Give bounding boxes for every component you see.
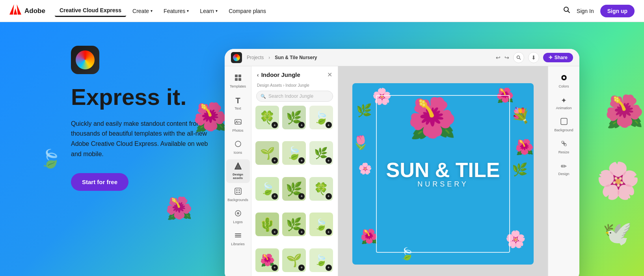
sidebar-logos[interactable]: Logos bbox=[226, 207, 250, 227]
add-asset-btn[interactable]: + bbox=[326, 193, 332, 200]
asset-thumb-12[interactable]: 🍃 + bbox=[309, 213, 333, 236]
add-asset-btn[interactable]: + bbox=[326, 265, 332, 271]
canvas-main-flower: 🌺 bbox=[408, 95, 457, 142]
hero-content: Express it. Quickly and easily make stan… bbox=[71, 46, 236, 191]
search-icon: 🔍 bbox=[261, 94, 266, 99]
signup-button[interactable]: Sign up bbox=[600, 5, 635, 17]
search-button[interactable] bbox=[563, 6, 570, 15]
add-asset-btn[interactable]: + bbox=[298, 193, 305, 200]
redo-button[interactable]: ↪ bbox=[504, 54, 509, 61]
back-button[interactable]: ‹ bbox=[257, 72, 259, 78]
asset-grid: 🍀 + 🌿 + 🍃 + 🌱 + bbox=[251, 106, 338, 276]
nav-compare-plans[interactable]: Compare plans bbox=[224, 6, 271, 17]
asset-thumb-6[interactable]: 🌿 + bbox=[309, 141, 333, 165]
asset-thumb-4[interactable]: 🌱 + bbox=[255, 141, 279, 165]
animation-icon: ✦ bbox=[561, 96, 567, 105]
deco-flower-red2: 🌺 bbox=[166, 196, 193, 221]
hero-section: Express it. Quickly and easily make stan… bbox=[0, 22, 644, 276]
svg-line-3 bbox=[519, 58, 521, 60]
topbar-actions: ↩ ↪ ⬇ ✈ Share bbox=[496, 52, 573, 63]
backgrounds-label: Backgrounds bbox=[227, 198, 248, 202]
right-sidebar-resize[interactable]: Resize bbox=[550, 137, 578, 157]
canvas-flower-2: 🌺 bbox=[496, 87, 514, 104]
icons-icon bbox=[235, 140, 242, 149]
add-asset-btn[interactable]: + bbox=[272, 229, 278, 235]
add-asset-btn[interactable]: + bbox=[298, 157, 305, 164]
asset-thumb-5[interactable]: 🍃 + bbox=[282, 141, 306, 165]
add-asset-btn[interactable]: + bbox=[272, 193, 278, 200]
svg-rect-5 bbox=[238, 75, 241, 77]
add-asset-btn[interactable]: + bbox=[326, 122, 332, 128]
sidebar-text[interactable]: T Text bbox=[226, 93, 250, 114]
asset-thumb-7[interactable]: 🍃 + bbox=[255, 177, 279, 201]
download-button[interactable]: ⬇ bbox=[528, 52, 539, 63]
asset-thumb-10[interactable]: 🌵 + bbox=[255, 213, 279, 236]
svg-rect-7 bbox=[238, 78, 241, 81]
add-asset-btn[interactable]: + bbox=[272, 157, 278, 164]
svg-point-23 bbox=[563, 76, 565, 79]
right-sidebar-design[interactable]: ✏ Design bbox=[550, 159, 578, 179]
zoom-button[interactable] bbox=[513, 52, 524, 63]
sidebar-templates[interactable]: Templates bbox=[226, 71, 250, 91]
add-asset-btn[interactable]: + bbox=[298, 229, 305, 235]
canvas-flower-4: 💐 bbox=[511, 107, 530, 124]
share-arrow-icon: ✈ bbox=[549, 55, 553, 60]
deco-flower-right2: 🌸 bbox=[596, 160, 640, 201]
design-assets-icon bbox=[235, 162, 242, 172]
hero-headline: Express it. bbox=[71, 85, 236, 109]
canvas-area: 🌸 🌺 🌿 💐 🌺 🌸 🍃 🌷 🌺 🌸 🌿 🌺 bbox=[338, 66, 548, 276]
add-asset-btn[interactable]: + bbox=[298, 265, 305, 271]
adobe-logo[interactable]: Adobe bbox=[9, 4, 45, 17]
tablet-app-logo bbox=[231, 52, 242, 63]
breadcrumb-sep: › bbox=[268, 55, 270, 60]
sidebar-backgrounds[interactable]: Backgrounds bbox=[226, 185, 250, 205]
asset-thumb-9[interactable]: 🍀 + bbox=[309, 177, 333, 201]
add-asset-btn[interactable]: + bbox=[326, 157, 332, 164]
design-assets-label: Design assets bbox=[229, 173, 248, 180]
asset-thumb-11[interactable]: 🌿 + bbox=[282, 213, 306, 236]
nav-create[interactable]: Create ▾ bbox=[128, 6, 157, 17]
chevron-down-icon: ▾ bbox=[151, 9, 153, 13]
sidebar-icons[interactable]: Icons bbox=[226, 137, 250, 158]
sidebar-design-assets[interactable]: Design assets bbox=[226, 159, 250, 183]
panel-close-button[interactable]: ✕ bbox=[327, 71, 332, 78]
add-asset-btn[interactable]: + bbox=[272, 265, 278, 271]
right-sidebar-colors[interactable]: Colors bbox=[550, 71, 578, 91]
canvas-flower-9: 🌺 bbox=[515, 138, 534, 156]
search-bar[interactable]: 🔍 Search Indoor Jungle bbox=[256, 91, 333, 102]
share-button[interactable]: ✈ Share bbox=[543, 53, 573, 62]
colors-icon bbox=[560, 74, 568, 83]
hero-cta-button[interactable]: Start for free bbox=[71, 173, 128, 191]
signin-button[interactable]: Sign In bbox=[577, 8, 594, 14]
sidebar-photos[interactable]: Photos bbox=[226, 115, 250, 136]
add-asset-btn[interactable]: + bbox=[272, 122, 278, 128]
hero-subtext: Quickly and easily make standout content… bbox=[71, 119, 213, 159]
asset-thumb-14[interactable]: 🌱 + bbox=[282, 248, 306, 272]
canvas-flower-3: 🌿 bbox=[356, 103, 372, 118]
canvas-flower-8: 🌷 bbox=[352, 134, 369, 150]
asset-thumb-1[interactable]: 🍀 + bbox=[255, 106, 279, 129]
nav-learn[interactable]: Learn ▾ bbox=[195, 6, 222, 17]
asset-thumb-15[interactable]: 🍃 + bbox=[309, 248, 333, 272]
panel-breadcrumb: Design Assets › Indoor Jungle bbox=[251, 82, 338, 91]
svg-point-10 bbox=[235, 141, 241, 147]
asset-thumb-8[interactable]: 🌿 + bbox=[282, 177, 306, 201]
svg-rect-4 bbox=[235, 75, 238, 77]
asset-thumb-2[interactable]: 🌿 + bbox=[282, 106, 306, 129]
right-sidebar-animation[interactable]: ✦ Animation bbox=[550, 93, 578, 113]
add-asset-btn[interactable]: + bbox=[326, 229, 332, 235]
nav-features[interactable]: Features ▾ bbox=[159, 6, 194, 17]
asset-thumb-3[interactable]: 🍃 + bbox=[309, 106, 333, 129]
tablet-body: Templates T Text Photos Icons bbox=[225, 66, 579, 276]
canvas-main-text: SUN & TILE bbox=[386, 160, 500, 180]
add-asset-btn[interactable]: + bbox=[298, 122, 305, 128]
sidebar-libraries[interactable]: Libraries bbox=[226, 229, 250, 249]
asset-thumb-13[interactable]: 🌺 + bbox=[255, 248, 279, 272]
asset-panel-header: ‹ Indoor Jungle ✕ bbox=[251, 66, 338, 82]
canvas-flower-11: 🌿 bbox=[512, 162, 528, 177]
nav-links: Creative Cloud Express Create ▾ Features… bbox=[55, 5, 271, 17]
canvas-flower-7: 🍃 bbox=[400, 247, 414, 261]
nav-product-name[interactable]: Creative Cloud Express bbox=[55, 5, 126, 17]
right-sidebar-background[interactable]: Background bbox=[550, 115, 578, 135]
undo-button[interactable]: ↩ bbox=[496, 54, 501, 61]
